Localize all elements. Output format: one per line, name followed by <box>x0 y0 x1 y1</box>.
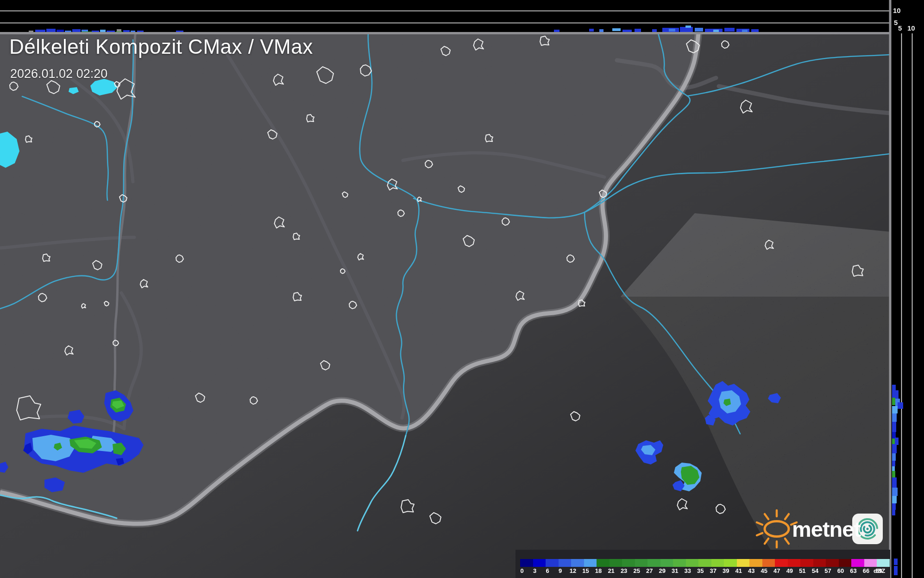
profile-echo <box>669 29 675 32</box>
profile-echo <box>894 559 898 565</box>
dbz-tick-label: 35 <box>697 567 704 574</box>
dbz-tick-label: 54 <box>812 567 818 574</box>
page-title: Délkeleti Kompozit CMax / VMax <box>9 35 313 58</box>
dbz-tick-label: 33 <box>684 567 691 574</box>
dbz-color-cell <box>800 559 813 567</box>
dbz-color-cell <box>622 559 635 567</box>
dbz-color-cell <box>762 559 775 567</box>
radar-scene <box>0 0 924 578</box>
dbz-tick-label: 9 <box>559 567 562 574</box>
profile-echo <box>892 422 896 432</box>
profile-echo <box>751 29 759 32</box>
dbz-color-cell <box>571 559 584 567</box>
profile-echo <box>892 444 897 453</box>
side-profile-axis-10km: 10 <box>907 24 915 32</box>
dbz-color-cell <box>877 559 890 567</box>
dbz-color-cell <box>851 559 864 567</box>
dbz-tick-label: 25 <box>633 567 640 574</box>
top-profile-axis-10km: 10 <box>893 6 901 14</box>
dbz-tick-label: 66 <box>863 567 869 574</box>
dbz-color-cell <box>559 559 572 567</box>
top-profile-axis-5km: 5 <box>894 19 898 26</box>
profile-echo <box>892 398 895 405</box>
profile-echo <box>892 488 898 496</box>
dbz-tick-label: 41 <box>735 567 742 574</box>
dbz-color-cell <box>673 559 686 567</box>
dbz-color-cell <box>660 559 673 567</box>
profile-echo <box>589 29 594 32</box>
profile-echo <box>892 406 898 413</box>
profile-echo <box>895 438 899 445</box>
dbz-color-cell <box>533 559 546 567</box>
dbz-tick-label: 3 <box>533 567 536 574</box>
dbz-colorbar <box>520 559 890 567</box>
profile-echo <box>685 25 691 28</box>
profile-echo <box>892 461 895 466</box>
profile-echo <box>724 28 735 32</box>
dbz-tick-label: 21 <box>608 567 614 574</box>
dbz-color-cell <box>520 559 533 567</box>
map-area <box>0 33 890 578</box>
profile-echo <box>892 413 897 422</box>
profile-echo <box>554 30 559 32</box>
dbz-tick-label: 29 <box>659 567 665 574</box>
dbz-tick-label: 6 <box>546 567 549 574</box>
dbz-tick-label: 49 <box>786 567 793 574</box>
dbz-color-cell <box>711 559 724 567</box>
profile-echo <box>892 496 897 503</box>
dbz-tick-label: 43 <box>748 567 754 574</box>
dbz-tick-label: 0 <box>520 567 523 574</box>
dbz-tick-label: 12 <box>570 567 576 574</box>
dbz-tick-label: 39 <box>723 567 729 574</box>
dbz-color-cell <box>597 559 610 567</box>
dbz-tick-label: 27 <box>646 567 653 574</box>
dbz-tick-label: 15 <box>582 567 589 574</box>
profile-echo <box>599 29 603 32</box>
dbz-tick-label: 31 <box>672 567 678 574</box>
dbz-color-cell <box>839 559 852 567</box>
profile-echo <box>892 477 897 488</box>
dbz-color-cell <box>635 559 648 567</box>
profile-echo <box>652 29 657 32</box>
dbz-color-cell <box>775 559 788 567</box>
dbz-color-cell <box>686 559 699 567</box>
metnet-logo-text: metnet <box>792 516 861 542</box>
dbz-tick-label: 57 <box>824 567 831 574</box>
dbz-color-cell <box>788 559 801 567</box>
profile-echo <box>635 29 641 32</box>
profile-echo <box>892 510 895 515</box>
dbz-color-cell <box>584 559 597 567</box>
dbz-tick-label: 18 <box>595 567 602 574</box>
profile-echo <box>713 30 719 32</box>
dbz-color-cell <box>546 559 559 567</box>
dbz-color-cell <box>698 559 711 567</box>
profile-echo <box>695 28 703 32</box>
dbz-tick-label: 60 <box>837 567 844 574</box>
dbz-color-cell <box>647 559 660 567</box>
profile-echo <box>892 390 899 399</box>
dbz-tick-label: 51 <box>799 567 805 574</box>
dbz-colorbar-labels: 0369121518212325272931333537394143454749… <box>520 567 918 575</box>
profile-echo <box>82 30 88 32</box>
side-profile-axis-5km: 5 <box>898 24 902 32</box>
dbz-color-cell <box>724 559 737 567</box>
profile-echo <box>892 385 896 390</box>
dbz-tick-label: 37 <box>710 567 717 574</box>
dbz-color-cell <box>610 559 622 567</box>
profile-echo <box>892 471 895 477</box>
profile-echo <box>898 402 903 409</box>
dbz-tick-label: 47 <box>773 567 780 574</box>
dbz-color-cell <box>826 559 839 567</box>
profile-echo <box>892 503 896 510</box>
profile-echo <box>892 432 896 438</box>
dbz-color-cell <box>813 559 826 567</box>
dbz-color-cell <box>864 559 877 567</box>
profile-echo <box>117 29 121 32</box>
dbz-tick-label: 45 <box>761 567 767 574</box>
profile-echo <box>892 438 895 444</box>
profile-echo <box>742 30 748 32</box>
dbz-tick-label: 23 <box>621 567 627 574</box>
radar-composite-view: { "header": { "title": "Délkeleti Kompoz… <box>0 0 924 578</box>
profile-echo <box>612 28 621 31</box>
profile-echo <box>892 453 896 461</box>
